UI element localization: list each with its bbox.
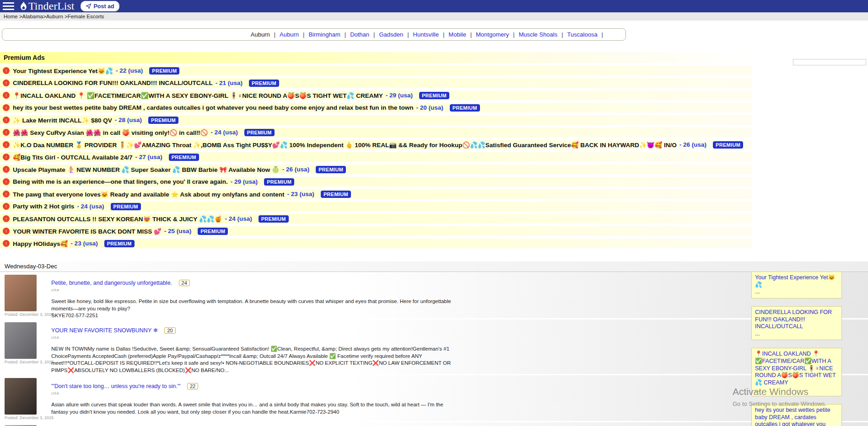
premium-row: ↑ The pawg that everyone loves🐱 Ready an… bbox=[0, 189, 752, 199]
premium-meta: - 24 (usa) bbox=[77, 203, 104, 210]
listing-title-link[interactable]: Petite, brunette, and dangerously unforg… bbox=[51, 280, 172, 286]
premium-badge: PREMIUM bbox=[713, 141, 743, 149]
city-separator: | bbox=[513, 31, 514, 38]
city-link[interactable]: Tuscaloosa bbox=[567, 31, 598, 38]
premium-title-link[interactable]: PLEASANTON OUTCALLS !! SEXY KOREAN😻 THIC… bbox=[13, 215, 222, 223]
premium-badge: PREMIUM bbox=[264, 178, 294, 186]
menu-icon[interactable] bbox=[3, 1, 14, 11]
sidebar-ad-ellipsis: ... bbox=[755, 330, 838, 338]
premium-badge: PREMIUM bbox=[149, 67, 179, 75]
date-header: Wednesday-03-Dec bbox=[0, 261, 868, 272]
city-separator: | bbox=[345, 31, 346, 38]
city-separator: | bbox=[561, 31, 563, 38]
top-bar: TinderList Post ad bbox=[0, 0, 868, 12]
premium-meta: - 24 (usa) bbox=[225, 215, 252, 222]
listing-title-link[interactable]: "'Don't stare too long… unless you're re… bbox=[51, 383, 180, 389]
listing-body: Petite, brunette, and dangerously unforg… bbox=[51, 275, 454, 318]
premium-row: ↑ 🌺🌺 Sexy CuRvy Asian 🌺🌺 in call 🍑 visit… bbox=[0, 128, 752, 137]
premium-badge: PREMIUM bbox=[169, 154, 199, 161]
listing-country: USA bbox=[51, 335, 454, 340]
sidebar-ad-link[interactable]: hey its your best wettes petite baby DRE… bbox=[755, 407, 838, 426]
premium-meta: - 29 (usa) bbox=[386, 92, 413, 99]
premium-meta: - 23 (usa) bbox=[70, 240, 97, 247]
premium-title-link[interactable]: Party with 2 Hot girls bbox=[13, 203, 74, 210]
listing-description: NEW IN TOWNMy name is Dallas !Seductive,… bbox=[51, 346, 454, 374]
premium-title-link[interactable]: Happy HOlidays🥰 bbox=[13, 240, 68, 247]
sidebar-ad-link[interactable]: CINDERELLA LOOKING FOR FUN!!! OAKLAND!!!… bbox=[755, 309, 832, 330]
sidebar-ad-box[interactable]: 📍INCALL OAKLAND 📍 ✅FACETIME/CAR✅WITH A S… bbox=[751, 348, 842, 396]
breadcrumb-link[interactable]: Home > bbox=[4, 14, 22, 19]
listing-thumb-column: Posted: December 3, 2025 bbox=[5, 275, 40, 318]
premium-meta: - 26 (usa) bbox=[679, 141, 706, 148]
city-link[interactable]: Dothan bbox=[350, 31, 369, 38]
premium-title-link[interactable]: Your Tightest Experience Yet🐱💦 bbox=[13, 67, 113, 75]
premium-title-link[interactable]: The pawg that everyone loves🐱 Ready and … bbox=[13, 191, 285, 198]
premium-badge: PREMIUM bbox=[259, 215, 289, 223]
premium-title-link[interactable]: 🥰Big Tits Girl - OUTCALL Available 24/7 bbox=[13, 154, 132, 161]
premium-badge: PREMIUM bbox=[104, 240, 135, 247]
premium-row: ↑ Being with me is an experience—one tha… bbox=[0, 177, 752, 186]
city-link[interactable]: Mobile bbox=[448, 31, 466, 38]
arrow-up-icon: ↑ bbox=[3, 178, 10, 185]
listing-thumbnail[interactable] bbox=[5, 378, 37, 415]
breadcrumb-link[interactable]: Auburn > bbox=[46, 14, 68, 19]
city-link[interactable]: Huntsville bbox=[413, 31, 439, 38]
arrow-up-icon: ↑ bbox=[3, 191, 10, 197]
listing-description: Sweet like honey, bold like espresso. Pe… bbox=[51, 298, 454, 312]
arrow-up-icon: ↑ bbox=[3, 92, 10, 99]
site-logo[interactable]: TinderList bbox=[20, 0, 74, 12]
premium-badge: PREMIUM bbox=[198, 228, 228, 235]
premium-title-link[interactable]: 📍INCALL OAKLAND 📍 ✅FACETIME/CAR✅WITH A S… bbox=[13, 92, 383, 99]
city-separator: | bbox=[303, 31, 304, 38]
premium-title-link[interactable]: ✨K.O Daa NUMBER 🥇 PROVIDER 🧍✨💕AMAZING Th… bbox=[13, 141, 677, 149]
listing-posted: Posted: December 3, 2025 bbox=[5, 360, 40, 364]
premium-title-link[interactable]: hey its your best wettes petite baby DRE… bbox=[13, 104, 413, 111]
listing-row: Posted: December 3, 2025 Petite, brunett… bbox=[0, 272, 868, 318]
city-link[interactable]: Gadsden bbox=[379, 31, 403, 38]
listing-country: USA bbox=[51, 391, 454, 395]
premium-row: ↑ hey its your best wettes petite baby D… bbox=[0, 103, 752, 112]
premium-meta: - 21 (usa) bbox=[216, 80, 243, 86]
post-ad-button[interactable]: Post ad bbox=[81, 1, 119, 11]
sidebar-ad-link[interactable]: Your Tightest Experience Yet🐱💦 bbox=[755, 274, 835, 288]
premium-meta: - 27 (usa) bbox=[135, 154, 162, 160]
listing-thumbnail[interactable] bbox=[5, 322, 37, 359]
premium-title-link[interactable]: ✨ Lake Merritt INCALL✨ $80 QV bbox=[13, 117, 112, 124]
city-link[interactable]: Montgomery bbox=[476, 31, 509, 38]
city-link[interactable]: Muscle Shoals bbox=[519, 31, 558, 38]
premium-title-link[interactable]: 🌺🌺 Sexy CuRvy Asian 🌺🌺 in call 🍑 visitin… bbox=[13, 129, 208, 136]
listing-thumb-column: Posted: December 3, 2025 bbox=[5, 378, 40, 421]
arrow-up-icon: ↑ bbox=[3, 166, 10, 173]
send-icon bbox=[86, 3, 92, 9]
premium-meta: - 20 (usa) bbox=[416, 104, 443, 111]
listing-row: Posted: December 3, 2025 YOUR NEW FAVORI… bbox=[0, 320, 868, 374]
premium-title-link[interactable]: YOUR WINTER FAVORITE IS BACK DONT MISS 💕 bbox=[13, 228, 162, 235]
sidebar-ad-link[interactable]: 📍INCALL OAKLAND 📍 ✅FACETIME/CAR✅WITH A S… bbox=[755, 351, 836, 386]
premium-row: ↑ PLEASANTON OUTCALLS !! SEXY KOREAN😻 TH… bbox=[0, 214, 752, 224]
premium-meta: - 23 (usa) bbox=[287, 191, 314, 197]
city-link[interactable]: Auburn bbox=[280, 31, 299, 38]
listing-title-link[interactable]: YOUR NEW FAVORITE SNOWBUNNY ❄ bbox=[51, 327, 158, 334]
premium-title-link[interactable]: CINDERELLA LOOKING FOR FUN!!! OAKLAND!!!… bbox=[13, 80, 213, 86]
site-logo-text: TinderList bbox=[28, 0, 74, 12]
premium-title-link[interactable]: Upscale Playmate 🧜‍♀️ NEW NUMBER 💦 Super… bbox=[13, 166, 280, 173]
premium-meta: - 26 (usa) bbox=[282, 166, 309, 173]
city-link[interactable]: Birmingham bbox=[308, 31, 340, 38]
arrow-up-icon: ↑ bbox=[3, 240, 10, 247]
age-badge: 22 bbox=[187, 383, 198, 389]
city-nav: Auburn|Auburn|Birmingham|Dothan|Gadsden|… bbox=[2, 28, 626, 41]
sidebar-ad-box[interactable]: CINDERELLA LOOKING FOR FUN!!! OAKLAND!!!… bbox=[751, 306, 842, 341]
breadcrumb-link[interactable]: Alabama> bbox=[22, 14, 46, 19]
listing-thumbnail[interactable] bbox=[5, 275, 37, 311]
city-separator: | bbox=[373, 31, 375, 38]
premium-meta: - 24 (usa) bbox=[210, 129, 237, 136]
sidebar-ad-box[interactable]: hey its your best wettes petite baby DRE… bbox=[751, 404, 842, 426]
premium-title-link[interactable]: Being with me is an experience—one that … bbox=[13, 178, 228, 185]
premium-ads-heading: Premium Ads bbox=[0, 52, 752, 63]
sidebar-ad-box[interactable]: Your Tightest Experience Yet🐱💦 ... bbox=[751, 272, 842, 298]
ad-placeholder bbox=[793, 59, 866, 65]
premium-row: ↑ 📍INCALL OAKLAND 📍 ✅FACETIME/CAR✅WITH A… bbox=[0, 91, 752, 100]
breadcrumb-link[interactable]: Female Escorts bbox=[68, 14, 104, 19]
listing-posted: Posted: December 3, 2025 bbox=[5, 415, 40, 420]
listings-section: Wednesday-03-Dec Posted: December 3, 202… bbox=[0, 261, 868, 426]
